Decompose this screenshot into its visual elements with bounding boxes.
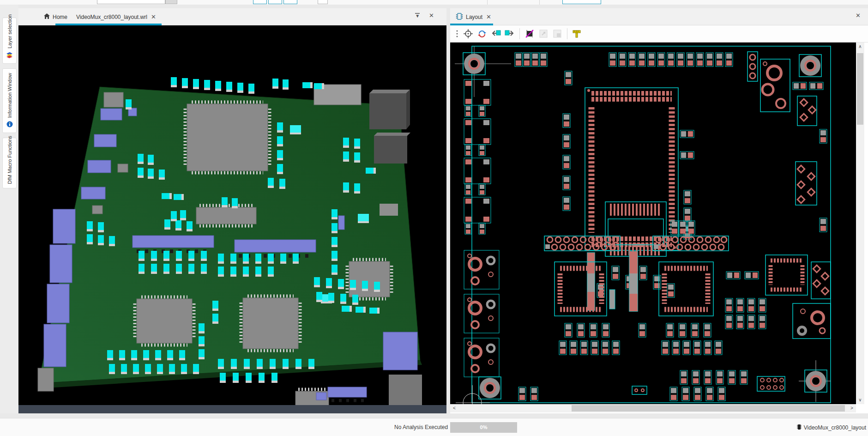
layout-2d-panel: Layout ✕ ✕ — [450, 8, 868, 413]
scroll-right-icon[interactable]: > — [848, 404, 856, 412]
ribbon-input-fragment[interactable] — [97, 0, 165, 4]
toolbar-separator — [519, 28, 520, 39]
rotate-ccw-icon[interactable] — [490, 28, 502, 40]
tab-wrl-document[interactable]: VideoMux_cr8000_layout.wrl ✕ — [76, 8, 157, 25]
qfp-chip — [185, 102, 270, 173]
ribbon-toggle-fragment[interactable] — [283, 0, 297, 4]
close-icon[interactable]: ✕ — [855, 12, 862, 19]
horizontal-scrollbar-thumb[interactable] — [572, 405, 845, 412]
layout-tabbar: Layout ✕ ✕ — [450, 8, 868, 25]
menu-dots-icon[interactable] — [454, 28, 460, 40]
center-crosshair-icon[interactable] — [462, 28, 474, 40]
close-icon[interactable]: ✕ — [150, 13, 157, 20]
rotate-icon[interactable] — [476, 28, 488, 40]
zoom-fit-icon[interactable] — [551, 28, 563, 40]
ribbon-button-fragment[interactable] — [318, 0, 328, 4]
project-name-label: VideoMux_cr8000_layout — [804, 424, 866, 431]
tab-layout[interactable]: Layout ✕ — [456, 8, 492, 25]
project-indicator: VideoMux_cr8000_layout — [797, 424, 866, 431]
sidebar-item-dfm-macro-functions[interactable]: DfM Macro Functions — [2, 138, 17, 188]
toolbar-separator — [567, 28, 567, 39]
vertical-scrollbar[interactable]: ∧ ∨ — [856, 42, 864, 404]
close-icon[interactable]: ✕ — [428, 12, 435, 19]
measure-icon[interactable] — [571, 28, 583, 40]
chip-icon — [797, 424, 802, 431]
2d-board-render — [450, 42, 856, 404]
horizontal-scrollbar[interactable]: < > — [450, 404, 856, 412]
zoom-window-icon[interactable] — [537, 28, 549, 40]
sidebar-item-label: Information Window — [7, 73, 12, 118]
ribbon-toggle-fragment[interactable] — [562, 0, 601, 4]
scroll-up-icon[interactable]: ∧ — [856, 42, 864, 51]
layers-icon — [6, 52, 13, 60]
tab-wrl-label: VideoMux_cr8000_layout.wrl — [76, 14, 147, 20]
sidebar-item-information-window[interactable]: Information Window — [2, 68, 17, 133]
ribbon-separator — [487, 0, 488, 5]
3d-status-strip: Top BR 1/4 D0.200000 XY 54 — [18, 405, 446, 413]
left-tool-rail: Layer selection Information Window DfM M… — [0, 5, 18, 413]
layout-toolbar — [450, 25, 868, 42]
analysis-status-text: No Analysis Executed — [394, 424, 448, 430]
viewer-3d-panel: Home VideoMux_cr8000_layout.wrl ✕ ▼ ✕ — [18, 8, 446, 413]
ribbon-button-fragment[interactable] — [165, 0, 177, 4]
sidebar-item-layer-selection[interactable]: Layer selection — [2, 18, 17, 64]
vertical-scrollbar-thumb[interactable] — [857, 53, 863, 125]
scroll-left-icon[interactable]: < — [450, 404, 458, 412]
info-icon — [6, 121, 13, 129]
close-icon[interactable]: ✕ — [485, 13, 492, 20]
scroll-down-icon[interactable]: ∨ — [856, 396, 864, 404]
sidebar-item-label: Layer selection — [7, 14, 12, 48]
3d-viewport[interactable]: Top BR 1/4 D0.200000 XY 54 — [18, 25, 446, 413]
ribbon-strip — [0, 0, 868, 5]
progress-percent-label: 0% — [480, 424, 488, 430]
app-status-bar: No Analysis Executed 0% VideoMux_cr8000_… — [0, 418, 868, 436]
2d-viewport[interactable] — [450, 42, 856, 404]
tab-layout-label: Layout — [466, 14, 482, 20]
collapse-icon[interactable]: ▼ — [415, 13, 420, 18]
ribbon-toggle-fragment[interactable] — [268, 0, 282, 4]
component-toggle-icon[interactable] — [524, 28, 536, 40]
rotate-cw-icon[interactable] — [504, 28, 516, 40]
3d-board-render — [18, 25, 446, 413]
chip-outline-icon — [456, 12, 463, 22]
sidebar-item-label: DfM Macro Functions — [7, 136, 12, 184]
analysis-progress-bar: 0% — [450, 422, 517, 433]
tab-home[interactable]: Home — [44, 8, 67, 25]
tab-home-label: Home — [53, 14, 67, 20]
home-icon — [44, 13, 50, 20]
viewer-3d-tabbar: Home VideoMux_cr8000_layout.wrl ✕ ▼ ✕ — [18, 8, 446, 25]
ribbon-separator — [539, 0, 540, 5]
ribbon-toggle-fragment[interactable] — [253, 0, 267, 4]
